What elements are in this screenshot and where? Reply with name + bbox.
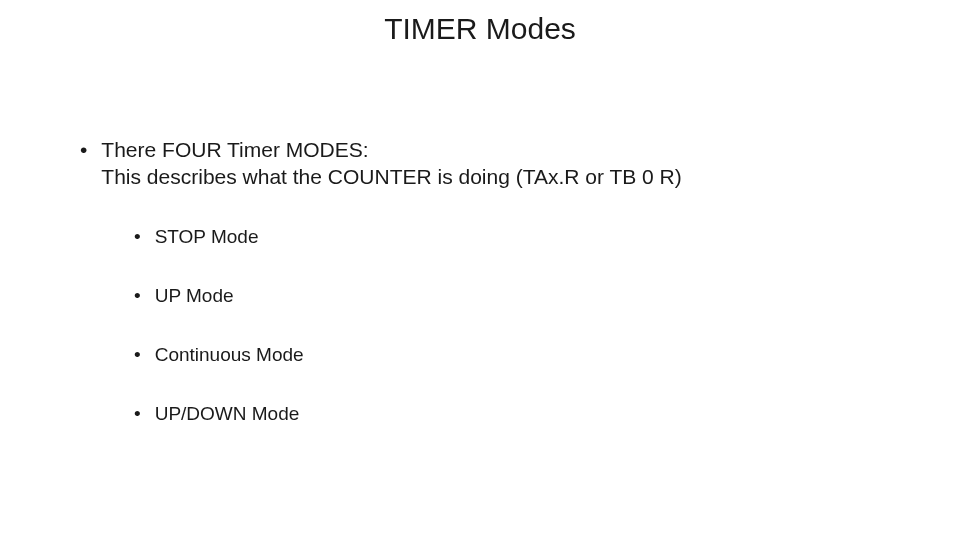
- list-item: • STOP Mode: [134, 224, 960, 249]
- bullet-icon: •: [134, 401, 141, 426]
- list-item: • UP Mode: [134, 283, 960, 308]
- bullet-icon: •: [134, 224, 141, 249]
- content-area: • There FOUR Timer MODES: This describes…: [0, 136, 960, 426]
- intro-line-1: There FOUR Timer MODES:: [101, 136, 681, 163]
- list-item: • Continuous Mode: [134, 342, 960, 367]
- bullet-icon: •: [134, 342, 141, 367]
- mode-label: STOP Mode: [155, 224, 259, 249]
- slide-container: TIMER Modes • There FOUR Timer MODES: Th…: [0, 0, 960, 540]
- intro-bullet: • There FOUR Timer MODES: This describes…: [80, 136, 960, 190]
- mode-label: UP/DOWN Mode: [155, 401, 300, 426]
- slide-title: TIMER Modes: [0, 12, 960, 46]
- mode-label: Continuous Mode: [155, 342, 304, 367]
- bullet-icon: •: [134, 283, 141, 308]
- bullet-icon: •: [80, 136, 87, 163]
- intro-line-2: This describes what the COUNTER is doing…: [101, 163, 681, 190]
- list-item: • UP/DOWN Mode: [134, 401, 960, 426]
- modes-list: • STOP Mode • UP Mode • Continuous Mode …: [80, 224, 960, 426]
- intro-text: There FOUR Timer MODES: This describes w…: [101, 136, 681, 190]
- mode-label: UP Mode: [155, 283, 234, 308]
